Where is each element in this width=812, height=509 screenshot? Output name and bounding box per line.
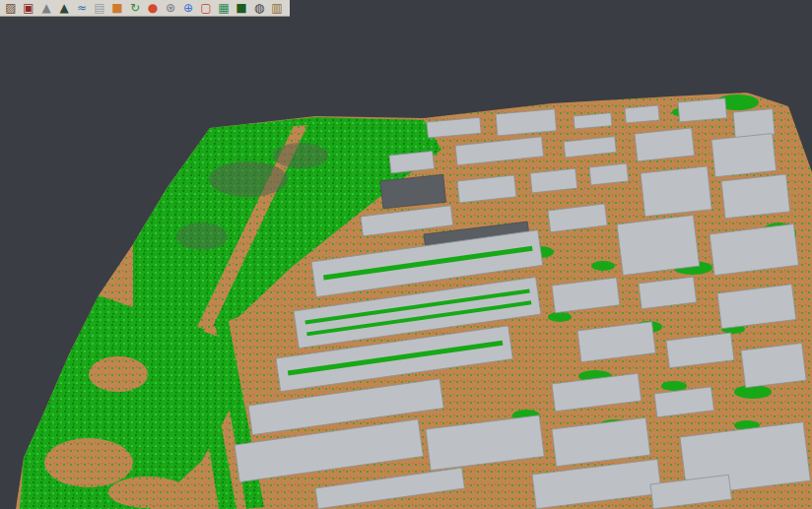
open-icon[interactable]: ▨ (2, 0, 20, 16)
layers-icon[interactable]: ▤ (91, 0, 108, 16)
tree-shadow (176, 223, 228, 250)
viewport-3d[interactable] (0, 18, 812, 509)
building (741, 343, 806, 387)
gear-icon[interactable]: ⊛ (162, 0, 179, 16)
building (574, 113, 612, 129)
add-icon[interactable]: ⊕ (179, 0, 197, 16)
forest-icon[interactable]: ■ (233, 0, 250, 16)
tree-shadow (273, 143, 328, 168)
top-bar: ▨▣▲▲≈▤■↻●⊛⊕▢▦■◍▥ (0, 0, 812, 18)
save-icon[interactable]: ▣ (20, 0, 37, 16)
building (625, 105, 659, 123)
refresh-icon[interactable]: ↻ (126, 0, 144, 16)
ground-patch (89, 356, 148, 392)
building (733, 109, 775, 138)
selection-icon[interactable]: ▢ (197, 0, 215, 16)
building (721, 174, 790, 219)
globe-icon[interactable]: ◍ (250, 0, 268, 16)
water-icon[interactable]: ≈ (73, 0, 91, 16)
vegetation-patch (661, 381, 687, 391)
building (589, 163, 629, 185)
grid-icon[interactable]: ▦ (215, 0, 233, 16)
building (711, 134, 777, 177)
ground-patch (44, 438, 133, 487)
record-icon[interactable]: ● (144, 0, 162, 16)
building (635, 128, 695, 161)
vegetation-patch (548, 312, 572, 322)
viewport-container (0, 18, 812, 509)
terrain-icon[interactable]: ▲ (37, 0, 55, 16)
building (530, 168, 577, 193)
ortho-icon[interactable]: ■ (108, 0, 126, 16)
building (678, 98, 727, 122)
mountain-icon[interactable]: ▲ (55, 0, 73, 16)
tree-shadow (209, 161, 288, 197)
toolbar-icons: ▨▣▲▲≈▤■↻●⊛⊕▢▦■◍▥ (0, 0, 290, 17)
building (496, 109, 557, 136)
building (641, 166, 711, 217)
vegetation-patch (591, 261, 615, 271)
app-window: ▨▣▲▲≈▤■↻●⊛⊕▢▦■◍▥ (0, 0, 812, 509)
ground-patch (108, 477, 187, 508)
chart-icon[interactable]: ▥ (268, 0, 286, 16)
building (617, 215, 700, 275)
